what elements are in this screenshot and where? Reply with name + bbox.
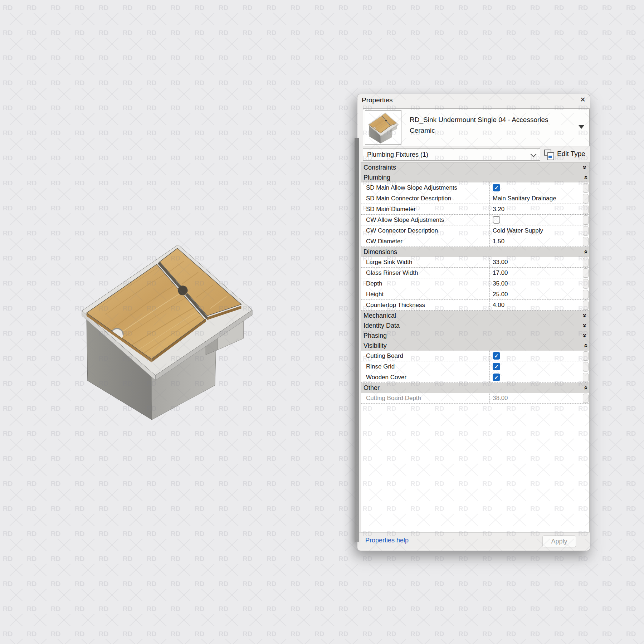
prop-value[interactable]: Main Sanitary Drainage — [489, 193, 582, 204]
category-filter-combobox[interactable]: Plumbing Fixtures (1) — [363, 148, 540, 161]
section-expand-icon[interactable]: » — [582, 314, 589, 318]
prop-value[interactable]: ✓ — [489, 372, 582, 382]
section-label: Mechanical — [361, 312, 396, 319]
prop-label: Cutting Board Depth — [361, 393, 489, 403]
prop-row-side-cell — [582, 236, 589, 247]
section-header-plumbing[interactable]: Plumbing» — [361, 172, 589, 182]
prop-row-sd-main-connector-description: SD Main Connector DescriptionMain Sanita… — [361, 193, 589, 204]
associate-parameter-button[interactable] — [583, 215, 589, 225]
palette-dock-edge[interactable] — [355, 138, 359, 542]
section-header-visibility[interactable]: Visibility» — [361, 341, 589, 351]
prop-label: Rinse Grid — [361, 361, 489, 372]
prop-value[interactable] — [489, 215, 582, 225]
associate-parameter-button[interactable] — [583, 394, 589, 403]
associate-parameter-button[interactable] — [583, 279, 589, 288]
apply-button[interactable]: Apply — [542, 535, 576, 547]
type-selector[interactable]: RD_Sink Undermount Single 04 - Accessori… — [363, 108, 590, 146]
checkbox-checked-icon[interactable]: ✓ — [493, 184, 500, 191]
associate-parameter-button[interactable] — [583, 258, 589, 267]
section-label: Identity Data — [361, 322, 400, 330]
prop-row-glass-rinser-width: Glass Rinser Width17.00 — [361, 268, 589, 278]
prop-row-side-cell — [582, 393, 589, 403]
prop-value[interactable]: 17.00 — [489, 268, 582, 278]
close-icon[interactable]: ✕ — [579, 96, 587, 104]
prop-label: Depth — [361, 278, 489, 289]
sink-illustration — [81, 243, 258, 429]
prop-label: Countertop Thickness — [361, 300, 489, 310]
prop-row-large-sink-width: Large Sink Width33.00 — [361, 257, 589, 268]
prop-value[interactable]: 1.50 — [489, 236, 582, 247]
checkbox-checked-icon[interactable]: ✓ — [493, 363, 500, 370]
associate-parameter-button[interactable] — [583, 226, 589, 235]
prop-value[interactable]: Cold Water Supply — [489, 225, 582, 236]
section-header-other[interactable]: Other» — [361, 383, 589, 393]
prop-value[interactable]: ✓ — [489, 182, 582, 193]
prop-value[interactable]: ✓ — [489, 361, 582, 372]
prop-label: SD Main Diameter — [361, 204, 489, 214]
prop-value[interactable]: 4.00 — [489, 300, 582, 310]
prop-row-height: Height25.00 — [361, 289, 589, 300]
section-expand-icon[interactable]: » — [582, 334, 589, 338]
prop-row-cw-connector-description: CW Connector DescriptionCold Water Suppl… — [361, 225, 589, 236]
prop-value[interactable]: 35.00 — [489, 278, 582, 289]
type-variant-name: Ceramic — [410, 125, 574, 136]
section-collapse-icon[interactable]: » — [582, 176, 589, 180]
prop-row-countertop-thickness: Countertop Thickness4.00 — [361, 300, 589, 311]
section-expand-icon[interactable]: » — [582, 166, 589, 170]
prop-row-sd-main-diameter: SD Main Diameter3.20 — [361, 204, 589, 215]
associate-parameter-button[interactable] — [583, 362, 589, 371]
associate-parameter-button[interactable] — [583, 268, 589, 278]
checkbox-checked-icon[interactable]: ✓ — [493, 374, 500, 381]
associate-parameter-button[interactable] — [583, 290, 589, 299]
prop-label: CW Diameter — [361, 236, 489, 247]
section-collapse-icon[interactable]: » — [582, 344, 589, 348]
prop-row-side-cell — [582, 204, 589, 214]
prop-row-sd-main-allow-slope-adjustments: SD Main Allow Slope Adjustments✓ — [361, 182, 589, 193]
property-grid: Constraints»Plumbing»SD Main Allow Slope… — [361, 162, 590, 532]
prop-row-cw-diameter: CW Diameter1.50 — [361, 236, 589, 247]
prop-value[interactable]: ✓ — [489, 351, 582, 361]
section-header-constraints[interactable]: Constraints» — [361, 162, 589, 172]
associate-parameter-button[interactable] — [583, 237, 589, 246]
properties-palette: Properties ✕ RD_Sink Undermount Single 0… — [357, 94, 590, 551]
prop-value[interactable]: 33.00 — [489, 257, 582, 267]
section-collapse-icon[interactable]: » — [582, 250, 589, 254]
prop-row-side-cell — [582, 215, 589, 225]
associate-parameter-button[interactable] — [583, 373, 589, 382]
section-header-mechanical[interactable]: Mechanical» — [361, 311, 589, 321]
checkbox-unchecked-icon[interactable] — [493, 216, 500, 224]
section-header-identity-data[interactable]: Identity Data» — [361, 321, 589, 331]
prop-label: SD Main Allow Slope Adjustments — [361, 182, 489, 193]
prop-row-side-cell — [582, 300, 589, 310]
prop-value[interactable]: 25.00 — [489, 289, 582, 299]
prop-row-wooden-cover: Wooden Cover✓ — [361, 372, 589, 383]
prop-row-side-cell — [582, 361, 589, 372]
associate-parameter-button[interactable] — [583, 194, 589, 203]
edit-type-button[interactable]: Edit Type — [544, 148, 590, 161]
section-collapse-icon[interactable]: » — [582, 386, 589, 390]
prop-value[interactable]: 38.00 — [489, 393, 582, 403]
prop-label: CW Connector Description — [361, 225, 489, 236]
prop-row-cw-allow-slope-adjustments: CW Allow Slope Adjustments — [361, 215, 589, 225]
prop-row-side-cell — [582, 278, 589, 289]
associate-parameter-button[interactable] — [583, 183, 589, 192]
checkbox-checked-icon[interactable]: ✓ — [493, 352, 500, 360]
section-header-phasing[interactable]: Phasing» — [361, 331, 589, 341]
dropdown-arrow-icon[interactable] — [579, 125, 584, 129]
section-expand-icon[interactable]: » — [582, 324, 589, 328]
associate-parameter-button[interactable] — [583, 205, 589, 214]
prop-label: Wooden Cover — [361, 372, 489, 382]
prop-row-side-cell — [582, 225, 589, 236]
prop-value[interactable]: 3.20 — [489, 204, 582, 214]
prop-row-side-cell — [582, 193, 589, 204]
associate-parameter-button[interactable] — [583, 351, 589, 361]
section-header-dimensions[interactable]: Dimensions» — [361, 247, 589, 257]
prop-row-side-cell — [582, 257, 589, 267]
associate-parameter-button[interactable] — [583, 301, 589, 310]
type-name: RD_Sink Undermount Single 04 - Accessori… — [410, 114, 574, 136]
prop-row-depth: Depth35.00 — [361, 278, 589, 289]
prop-label: Cutting Board — [361, 351, 489, 361]
section-label: Visibility — [361, 342, 387, 350]
prop-row-side-cell — [582, 289, 589, 299]
properties-help-link[interactable]: Properties help — [365, 537, 409, 544]
